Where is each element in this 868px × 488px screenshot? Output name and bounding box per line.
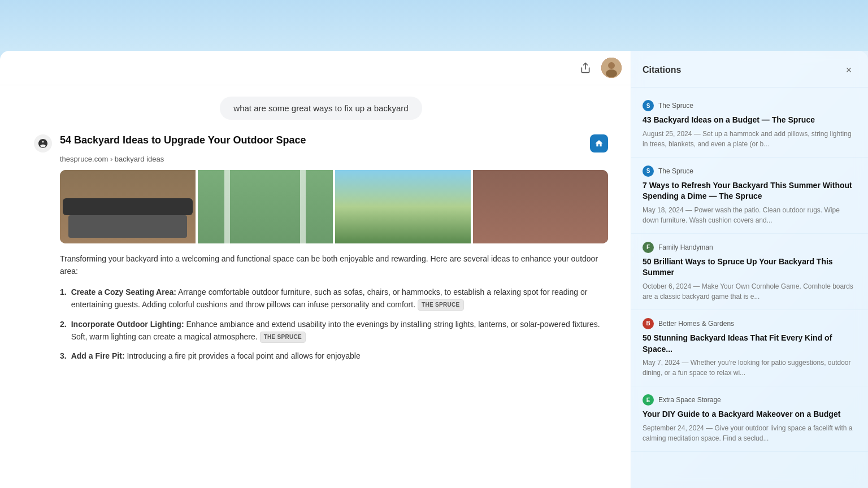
citation-desc: May 7, 2024 — Whether you're looking for… [643,358,857,378]
citations-panel: Citations × SThe Spruce43 Backyard Ideas… [631,51,868,488]
list-item-bold: Incorporate Outdoor Lighting: [71,320,184,329]
images-grid [60,170,608,243]
list-item-bold: Create a Cozy Seating Area: [71,287,176,297]
chat-header [0,51,631,85]
user-message-text: what are some great ways to fix up a bac… [233,103,408,113]
response-body: 54 Backyard Ideas to Upgrade Your Outdoo… [60,133,608,369]
citation-desc: May 18, 2024 — Power wash the patio. Cle… [643,205,857,225]
list-item: 3.Add a Fire Pit: Introducing a fire pit… [60,350,608,362]
chat-content: what are some great ways to fix up a bac… [0,85,631,488]
citation-item[interactable]: EExtra Space StorageYour DIY Guide to a … [631,386,868,452]
source-name: Extra Space Storage [658,396,721,404]
citation-title: 50 Brilliant Ways to Spruce Up Your Back… [643,256,857,278]
backyard-image-4 [473,170,609,243]
list-item-content: Add a Fire Pit: Introducing a fire pit p… [71,350,608,362]
list-item: 1.Create a Cozy Seating Area: Arrange co… [60,286,608,311]
source-icon-bhg: B [643,318,654,329]
user-avatar[interactable] [601,58,622,78]
main-container: what are some great ways to fix up a bac… [0,51,868,488]
citation-source-row: SThe Spruce [643,165,857,177]
share-button[interactable] [575,58,596,78]
svg-point-3 [606,69,617,77]
response-intro: Transforming your backyard into a welcom… [60,252,608,278]
citation-title: 43 Backyard Ideas on a Budget — The Spru… [643,115,857,126]
list-item: 2.Incorporate Outdoor Lighting: Enhance … [60,318,608,343]
citation-source-row: BBetter Homes & Gardens [643,318,857,329]
citation-item[interactable]: SThe Spruce7 Ways to Refresh Your Backya… [631,158,868,234]
breadcrumb-path[interactable]: backyard ideas [115,155,164,163]
source-icon-spruce: S [643,100,654,111]
breadcrumb: thespruce.com › backyard ideas [60,155,608,163]
list-item-content: Incorporate Outdoor Lighting: Enhance am… [71,318,608,343]
source-icon-extra: E [643,394,654,406]
citation-item[interactable]: SThe Spruce43 Backyard Ideas on a Budget… [631,92,868,158]
citations-list: SThe Spruce43 Backyard Ideas on a Budget… [631,88,868,488]
citation-title: 50 Stunning Backyard Ideas That Fit Ever… [643,333,857,355]
citation-source-row: FFamily Handyman [643,242,857,253]
ai-icon [34,134,52,152]
top-bar [0,0,868,51]
source-icon-spruce: S [643,165,654,177]
source-name: Family Handyman [658,243,713,251]
citations-header: Citations × [631,51,868,88]
list-item-number: 1. [60,286,67,311]
citation-source-row: EExtra Space Storage [643,394,857,406]
user-message: what are some great ways to fix up a bac… [220,97,422,120]
citation-badge[interactable]: THE SPRUCE [418,299,463,311]
citation-desc: October 6, 2024 — Make Your Own Cornhole… [643,281,857,302]
list-item-bold: Add a Fire Pit: [71,351,125,360]
response-title-row: 54 Backyard Ideas to Upgrade Your Outdoo… [60,133,608,152]
citation-item[interactable]: BBetter Homes & Gardens50 Stunning Backy… [631,310,868,386]
breadcrumb-domain[interactable]: thespruce.com [60,155,108,163]
ai-response: 54 Backyard Ideas to Upgrade Your Outdoo… [34,133,608,369]
user-message-container: what are some great ways to fix up a bac… [34,97,608,120]
citation-title: 7 Ways to Refresh Your Backyard This Sum… [643,180,857,202]
citation-desc: August 25, 2024 — Set up a hammock and a… [643,129,857,149]
list-item-number: 3. [60,350,67,362]
source-name: The Spruce [658,102,693,110]
svg-point-2 [608,62,615,69]
citation-title: Your DIY Guide to a Backyard Makeover on… [643,409,857,420]
citation-source-row: SThe Spruce [643,100,857,111]
list-item-content: Create a Cozy Seating Area: Arrange comf… [71,286,608,311]
list-container: 1.Create a Cozy Seating Area: Arrange co… [60,286,608,363]
close-citations-button[interactable]: × [841,62,857,78]
source-name: Better Homes & Gardens [658,320,734,328]
response-title: 54 Backyard Ideas to Upgrade Your Outdoo… [60,133,306,147]
list-item-number: 2. [60,318,67,343]
backyard-image-2 [198,170,333,243]
citations-title: Citations [643,65,681,75]
citation-badge[interactable]: THE SPRUCE [260,332,306,343]
breadcrumb-separator: › [110,155,115,163]
backyard-image-3 [335,170,471,243]
citation-item[interactable]: FFamily Handyman50 Brilliant Ways to Spr… [631,234,868,310]
source-name: The Spruce [658,167,693,175]
citation-desc: September 24, 2024 — Give your outdoor l… [643,423,857,443]
chat-panel: what are some great ways to fix up a bac… [0,51,631,488]
home-button[interactable] [590,134,608,152]
source-icon-family: F [643,242,654,253]
backyard-image-1 [60,170,196,243]
